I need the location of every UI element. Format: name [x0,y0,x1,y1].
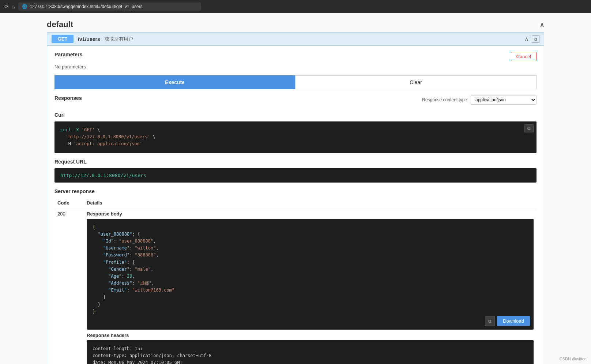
response-content-type-area: Response content type application/json [422,95,537,105]
server-response-section: Server response Code Details 200 [54,188,537,364]
watermark: CSDN @witton [560,357,587,361]
response-body-code: { "user_888888": { "Id": "user_888888", … [87,219,534,330]
response-details-cell: Response body { "user_888888": { "Id": "… [84,208,537,364]
no-params-text: No parameters [54,64,537,70]
clear-button[interactable]: Clear [295,75,537,89]
table-row: 200 Response body { "user_888888": { "Id… [54,208,537,364]
endpoint-path: /v1/users [78,36,100,42]
execute-button[interactable]: Execute [54,75,295,89]
curl-section: Curl curl -X 'GET' \ 'http://127.0.0.1:8… [54,112,537,153]
copy-response-button[interactable]: ⧉ [485,316,495,326]
browser-nav-icons: ⟳ ⌂ [4,4,15,10]
endpoint-header: GET /v1/users 获取所有用户 ∧ ⧉ [47,33,544,46]
swagger-section: default ∧ GET /v1/users 获取所有用户 ∧ ⧉ [39,13,552,364]
content-type-select[interactable]: application/json [471,95,537,105]
request-url-block: http://127.0.0.1:8080/v1/users [54,168,537,183]
copy-curl-button[interactable]: ⧉ [524,124,534,132]
location-icon: 🌐 [22,4,27,9]
response-body-label: Response body [87,211,534,217]
request-url-section: Request URL http://127.0.0.1:8080/v1/use… [54,159,537,183]
cancel-button[interactable]: Cancel [511,52,537,61]
response-headers-code: content-length: 157 content-type: applic… [87,340,534,364]
response-headers-section: Response headers content-length: 157 con… [87,333,534,364]
page-content: default ∧ GET /v1/users 获取所有用户 ∧ ⧉ [0,13,591,364]
collapse-section-icon[interactable]: ∧ [540,21,544,28]
browser-chrome: ⟳ ⌂ 🌐 127.0.0.1:8080/swagger/index.html#… [0,0,591,13]
parameters-section: Parameters Cancel No parameters [54,52,537,70]
default-header: default ∧ [47,17,544,32]
details-column-header: Details [84,198,537,208]
response-content-type-label: Response content type [422,97,467,102]
copy-endpoint-button[interactable]: ⧉ [532,35,539,43]
responses-title: Responses [54,95,82,101]
responses-header: Responses Response content type applicat… [54,95,537,108]
response-body-container: Response body { "user_888888": { "Id": "… [87,211,534,330]
request-url-title: Request URL [54,159,537,165]
curl-title: Curl [54,112,537,118]
endpoint-description: 获取所有用户 [105,36,133,42]
code-column-header: Code [54,198,84,208]
endpoint-header-right: ∧ ⧉ [524,35,539,43]
endpoint-body: Parameters Cancel No parameters Execute … [47,46,544,364]
response-code-cell: 200 [54,208,84,364]
url-text: 127.0.0.1:8080/swagger/index.html#/defau… [30,4,142,9]
endpoint-container: GET /v1/users 获取所有用户 ∧ ⧉ Parameters Canc… [47,32,544,364]
home-icon[interactable]: ⌂ [12,4,15,10]
method-badge: GET [52,35,74,43]
download-button[interactable]: Download [497,316,530,326]
server-response-title: Server response [54,188,537,194]
endpoint-header-left: GET /v1/users 获取所有用户 [52,35,133,43]
response-headers-label: Response headers [87,333,534,338]
parameters-title: Parameters [54,52,82,57]
action-buttons: Execute Clear [54,75,537,89]
download-area: { "user_888888": { "Id": "user_888888", … [87,219,534,330]
curl-line1: curl -X [60,127,82,132]
section-title: default [47,20,73,29]
response-table: Code Details 200 Response body [54,198,537,364]
download-actions: ⧉ Download [485,316,530,326]
reload-icon[interactable]: ⟳ [4,4,9,10]
collapse-endpoint-icon[interactable]: ∧ [524,35,529,42]
curl-code-block: curl -X 'GET' \ 'http://127.0.0.1:8080/v… [54,121,537,153]
address-bar[interactable]: 🌐 127.0.0.1:8080/swagger/index.html#/def… [18,3,201,11]
